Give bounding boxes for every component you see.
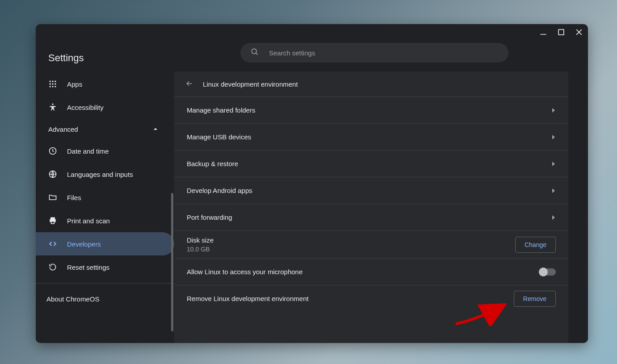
row-label: Manage USB devices bbox=[187, 133, 251, 141]
svg-point-10 bbox=[50, 86, 51, 87]
sidebar-item-languages[interactable]: Languages and inputs bbox=[36, 163, 174, 186]
row-label: Develop Android apps bbox=[187, 187, 252, 194]
row-label: Remove Linux development environment bbox=[187, 295, 309, 302]
settings-panel: Linux development environment Manage sha… bbox=[174, 71, 568, 343]
printer-icon bbox=[48, 216, 57, 225]
chevron-right-icon bbox=[551, 160, 556, 167]
svg-point-7 bbox=[50, 83, 51, 84]
row-remove-linux: Remove Linux development environment Rem… bbox=[174, 285, 568, 312]
sidebar-item-label: Reset settings bbox=[67, 264, 109, 271]
chevron-right-icon bbox=[551, 213, 556, 221]
chevron-right-icon bbox=[551, 106, 556, 114]
svg-point-9 bbox=[55, 83, 56, 84]
clock-icon bbox=[48, 146, 57, 155]
window-titlebar bbox=[36, 24, 588, 40]
sidebar-scrollbar[interactable] bbox=[171, 193, 173, 331]
close-icon[interactable] bbox=[575, 28, 583, 37]
sidebar-item-label: Developers bbox=[67, 240, 101, 248]
sidebar-item-print[interactable]: Print and scan bbox=[36, 209, 174, 232]
page-title: Linux development environment bbox=[203, 80, 298, 88]
svg-point-11 bbox=[52, 86, 53, 87]
accessibility-icon bbox=[48, 103, 57, 112]
sidebar-item-label: Date and time bbox=[67, 147, 109, 155]
svg-point-5 bbox=[52, 81, 53, 82]
code-icon bbox=[48, 239, 57, 248]
svg-point-6 bbox=[55, 81, 56, 82]
sidebar-item-label: Apps bbox=[67, 80, 82, 88]
row-port-forwarding[interactable]: Port forwarding bbox=[174, 204, 568, 230]
apps-icon bbox=[48, 79, 57, 88]
sidebar-item-label: Files bbox=[67, 194, 81, 201]
row-android-apps[interactable]: Develop Android apps bbox=[174, 177, 568, 204]
reset-icon bbox=[48, 263, 57, 272]
svg-line-18 bbox=[256, 53, 258, 55]
microphone-toggle[interactable] bbox=[540, 268, 556, 276]
main-area: Linux development environment Manage sha… bbox=[174, 40, 588, 343]
row-disk-size: Disk size 10.0 GB Change bbox=[174, 230, 568, 258]
folder-icon bbox=[48, 193, 57, 202]
sidebar-section-advanced[interactable]: Advanced bbox=[36, 119, 174, 139]
chevron-up-icon bbox=[151, 125, 160, 134]
chevron-right-icon bbox=[551, 133, 556, 141]
row-label: Backup & restore bbox=[187, 160, 238, 167]
app-title: Settings bbox=[36, 48, 174, 68]
sidebar-item-label: Print and scan bbox=[67, 217, 110, 225]
row-label: Manage shared folders bbox=[187, 106, 255, 114]
row-label: Allow Linux to access your microphone bbox=[187, 268, 302, 276]
minimize-icon[interactable] bbox=[539, 28, 548, 37]
sidebar: Settings Apps Accessibility Advanced bbox=[36, 40, 174, 343]
svg-rect-1 bbox=[558, 29, 564, 35]
sidebar-item-developers[interactable]: Developers bbox=[36, 232, 174, 255]
row-label: Disk size bbox=[187, 236, 214, 244]
svg-point-13 bbox=[52, 104, 53, 105]
svg-point-8 bbox=[52, 83, 53, 84]
svg-point-17 bbox=[252, 49, 256, 54]
row-microphone: Allow Linux to access your microphone bbox=[174, 258, 568, 285]
back-button[interactable] bbox=[185, 79, 194, 89]
sidebar-item-label: Languages and inputs bbox=[67, 171, 133, 178]
sidebar-item-about[interactable]: About ChromeOS bbox=[36, 287, 174, 310]
maximize-icon[interactable] bbox=[557, 28, 566, 37]
row-backup-restore[interactable]: Backup & restore bbox=[174, 150, 568, 177]
disk-size-value: 10.0 GB bbox=[187, 246, 214, 253]
sidebar-item-files[interactable]: Files bbox=[36, 186, 174, 209]
row-label: Port forwarding bbox=[187, 213, 232, 221]
sidebar-item-apps[interactable]: Apps bbox=[36, 72, 174, 96]
search-box[interactable] bbox=[240, 43, 508, 63]
divider bbox=[36, 283, 174, 284]
sidebar-item-date-time[interactable]: Date and time bbox=[36, 139, 174, 163]
sidebar-section-label: Advanced bbox=[48, 126, 78, 133]
search-input[interactable] bbox=[269, 49, 499, 57]
settings-window: Settings Apps Accessibility Advanced bbox=[36, 24, 588, 343]
chevron-right-icon bbox=[551, 187, 556, 194]
search-icon bbox=[250, 47, 259, 58]
globe-icon bbox=[48, 170, 57, 179]
svg-rect-16 bbox=[52, 222, 54, 223]
content-area: Settings Apps Accessibility Advanced bbox=[36, 40, 588, 343]
panel-header: Linux development environment bbox=[174, 71, 568, 96]
sidebar-item-label: About ChromeOS bbox=[46, 295, 99, 303]
sidebar-item-accessibility[interactable]: Accessibility bbox=[36, 96, 174, 119]
sidebar-item-reset[interactable]: Reset settings bbox=[36, 255, 174, 279]
svg-point-4 bbox=[50, 81, 51, 82]
remove-button[interactable]: Remove bbox=[514, 291, 556, 307]
sidebar-item-label: Accessibility bbox=[67, 104, 104, 111]
change-button[interactable]: Change bbox=[515, 237, 556, 253]
row-usb-devices[interactable]: Manage USB devices bbox=[174, 123, 568, 150]
svg-point-12 bbox=[55, 86, 56, 87]
row-shared-folders[interactable]: Manage shared folders bbox=[174, 96, 568, 123]
